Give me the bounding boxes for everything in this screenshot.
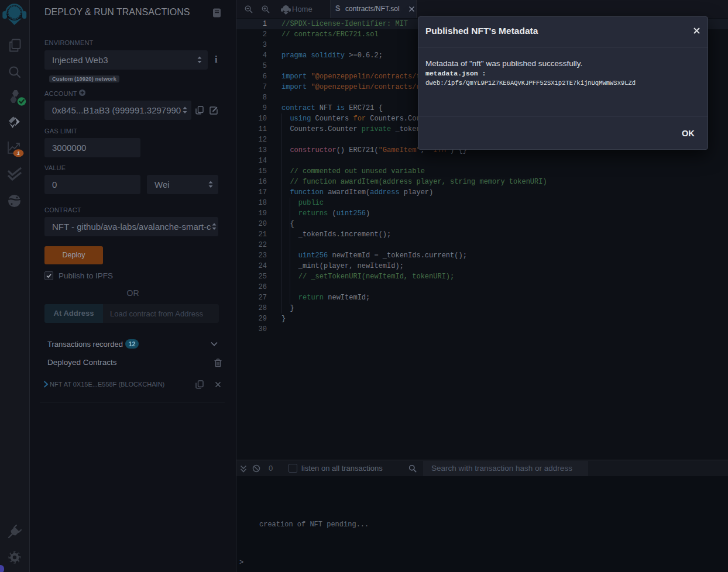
svg-text:1: 1 [17, 150, 20, 156]
